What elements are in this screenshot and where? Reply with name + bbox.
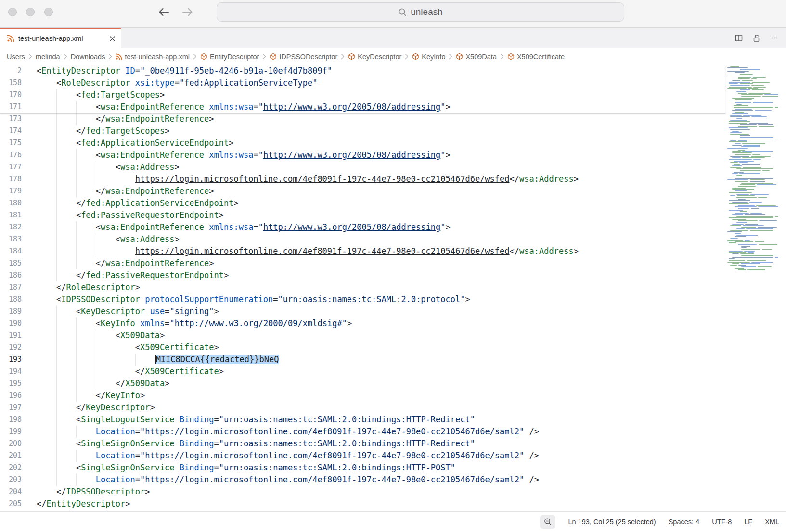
line-number[interactable]: 197 (0, 402, 22, 414)
code-line-178[interactable]: 178https://login.microsoftonline.com/4ef… (0, 173, 725, 185)
breadcrumb-item-entitydescriptor[interactable]: EntityDescriptor (200, 53, 259, 61)
breadcrumb-item-x509data[interactable]: X509Data (456, 53, 497, 61)
line-number[interactable]: 204 (0, 486, 22, 498)
line-number[interactable]: 198 (0, 414, 22, 426)
line-number[interactable]: 186 (0, 269, 22, 281)
code-line-179[interactable]: 179</wsa:EndpointReference> (0, 185, 725, 197)
code-line-197[interactable]: 197</KeyDescriptor> (0, 402, 725, 414)
code-line-181[interactable]: 181<fed:PassiveRequestorEndpoint> (0, 209, 725, 221)
code-line-196[interactable]: 196</KeyInfo> (0, 390, 725, 402)
code-line-180[interactable]: 180</fed:ApplicationServiceEndpoint> (0, 197, 725, 209)
line-number[interactable]: 190 (0, 317, 22, 329)
code-editor[interactable]: 2<EntityDescriptor ID="_0be4911f-95eb-42… (0, 65, 786, 511)
traffic-light-zoom-button[interactable] (44, 8, 53, 16)
code-line-201[interactable]: 201Location="https://login.microsoftonli… (0, 450, 725, 462)
code-line-174[interactable]: 174</fed:TargetScopes> (0, 125, 725, 137)
line-number[interactable]: 185 (0, 257, 22, 269)
line-number[interactable]: 202 (0, 462, 22, 474)
code-line-2[interactable]: 2<EntityDescriptor ID="_0be4911f-95eb-42… (0, 65, 725, 77)
code-line-158[interactable]: 158<RoleDescriptor xsi:type="fed:Applica… (0, 77, 725, 89)
line-number[interactable]: 201 (0, 450, 22, 462)
code-lines[interactable]: 173</wsa:EndpointReference>174</fed:Targ… (0, 113, 725, 511)
code-line-170[interactable]: 170<fed:TargetScopes> (0, 89, 725, 101)
code-line-205[interactable]: 205</EntityDescriptor> (0, 498, 725, 510)
line-number[interactable]: 191 (0, 329, 22, 342)
line-number[interactable]: 2 (0, 65, 22, 77)
line-number[interactable]: 187 (0, 281, 22, 293)
code-line-186[interactable]: 186</fed:PassiveRequestorEndpoint> (0, 269, 725, 281)
code-line-202[interactable]: 202<SingleSignOnService Binding="urn:oas… (0, 462, 725, 474)
code-line-187[interactable]: 187</RoleDescriptor> (0, 281, 725, 293)
breadcrumb-item-keyinfo[interactable]: KeyInfo (412, 53, 445, 61)
status-item-1[interactable]: Spaces: 4 (669, 518, 700, 526)
minimap[interactable] (725, 66, 780, 335)
line-number[interactable]: 194 (0, 366, 22, 378)
line-number[interactable]: 182 (0, 221, 22, 233)
line-number[interactable]: 196 (0, 390, 22, 402)
code-line-204[interactable]: 204</IDPSSODescriptor> (0, 486, 725, 498)
split-editor-icon[interactable] (734, 33, 744, 43)
breadcrumb-item-melinda[interactable]: melinda (36, 53, 60, 61)
code-line-203[interactable]: 203Location="https://login.microsoftonli… (0, 474, 725, 486)
breadcrumb-item-test-unleash-app-xml[interactable]: test-unleash-app.xml (116, 53, 190, 61)
line-number[interactable]: 171 (0, 101, 22, 113)
line-number[interactable]: 179 (0, 185, 22, 197)
tab-test-unleash-app-xml[interactable]: test-unleash-app.xml (0, 28, 121, 48)
code-line-198[interactable]: 198<SingleLogoutService Binding="urn:oas… (0, 414, 725, 426)
line-number[interactable]: 175 (0, 137, 22, 149)
code-line-190[interactable]: 190<KeyInfo xmlns="http://www.w3.org/200… (0, 317, 725, 329)
breadcrumb-item-x509certificate[interactable]: X509Certificate (507, 53, 565, 61)
code-line-188[interactable]: 188<IDPSSODescriptor protocolSupportEnum… (0, 293, 725, 305)
line-number[interactable]: 176 (0, 149, 22, 161)
line-number[interactable]: 184 (0, 245, 22, 257)
code-line-177[interactable]: 177<wsa:Address> (0, 161, 725, 173)
line-number[interactable]: 178 (0, 173, 22, 185)
line-number[interactable]: 203 (0, 474, 22, 486)
line-number[interactable]: 193 (0, 354, 22, 366)
line-number[interactable]: 189 (0, 305, 22, 317)
code-line-175[interactable]: 175<fed:ApplicationServiceEndpoint> (0, 137, 725, 149)
line-number[interactable]: 183 (0, 233, 22, 245)
zoom-out-icon[interactable] (540, 515, 555, 529)
status-item-3[interactable]: LF (744, 518, 752, 526)
breadcrumb-item-downloads[interactable]: Downloads (71, 53, 105, 61)
traffic-light-minimize-button[interactable] (26, 8, 35, 16)
line-number[interactable]: 177 (0, 161, 22, 173)
line-number[interactable]: 174 (0, 125, 22, 137)
status-item-0[interactable]: Ln 193, Col 25 (25 selected) (568, 518, 656, 526)
code-line-189[interactable]: 189<KeyDescriptor use="signing"> (0, 305, 725, 317)
status-item-4[interactable]: XML (765, 518, 779, 526)
tab-close-icon[interactable] (109, 35, 116, 42)
breadcrumb-item-keydescriptor[interactable]: KeyDescriptor (348, 53, 401, 61)
line-number[interactable]: 180 (0, 197, 22, 209)
code-line-176[interactable]: 176<wsa:EndpointReference xmlns:wsa="htt… (0, 149, 725, 161)
line-number[interactable]: 200 (0, 438, 22, 450)
code-line-182[interactable]: 182<wsa:EndpointReference xmlns:wsa="htt… (0, 221, 725, 233)
code-line-200[interactable]: 200<SingleSignOnService Binding="urn:oas… (0, 438, 725, 450)
code-line-195[interactable]: 195</X509Data> (0, 378, 725, 390)
back-button[interactable] (157, 5, 170, 19)
code-line-194[interactable]: 194</X509Certificate> (0, 366, 725, 378)
code-line-173[interactable]: 173</wsa:EndpointReference> (0, 113, 725, 125)
code-line-199[interactable]: 199Location="https://login.microsoftonli… (0, 426, 725, 438)
line-number[interactable]: 195 (0, 378, 22, 390)
traffic-light-close-button[interactable] (8, 8, 17, 16)
code-line-184[interactable]: 184https://login.microsoftonline.com/4ef… (0, 245, 725, 257)
breadcrumb-item-idpssodescriptor[interactable]: IDPSSODescriptor (270, 53, 337, 61)
code-line-193[interactable]: 193MIIC8DCCA{{redacted}}bNeQ (0, 354, 725, 366)
line-number[interactable]: 173 (0, 113, 22, 125)
code-line-185[interactable]: 185</wsa:EndpointReference> (0, 257, 725, 269)
line-number[interactable]: 205 (0, 498, 22, 510)
line-number[interactable]: 170 (0, 89, 22, 101)
code-line-171[interactable]: 171<wsa:EndpointReference xmlns:wsa="htt… (0, 101, 725, 113)
unlock-icon[interactable] (752, 33, 761, 43)
address-search-input[interactable]: unleash (217, 2, 624, 22)
line-number[interactable]: 158 (0, 77, 22, 89)
code-line-183[interactable]: 183<wsa:Address> (0, 233, 725, 245)
status-item-2[interactable]: UTF-8 (712, 518, 732, 526)
more-actions-icon[interactable] (770, 33, 779, 43)
sticky-scroll-lines[interactable]: 2<EntityDescriptor ID="_0be4911f-95eb-42… (0, 65, 725, 114)
code-line-192[interactable]: 192<X509Certificate> (0, 342, 725, 354)
code-line-191[interactable]: 191<X509Data> (0, 329, 725, 342)
line-number[interactable]: 181 (0, 209, 22, 221)
